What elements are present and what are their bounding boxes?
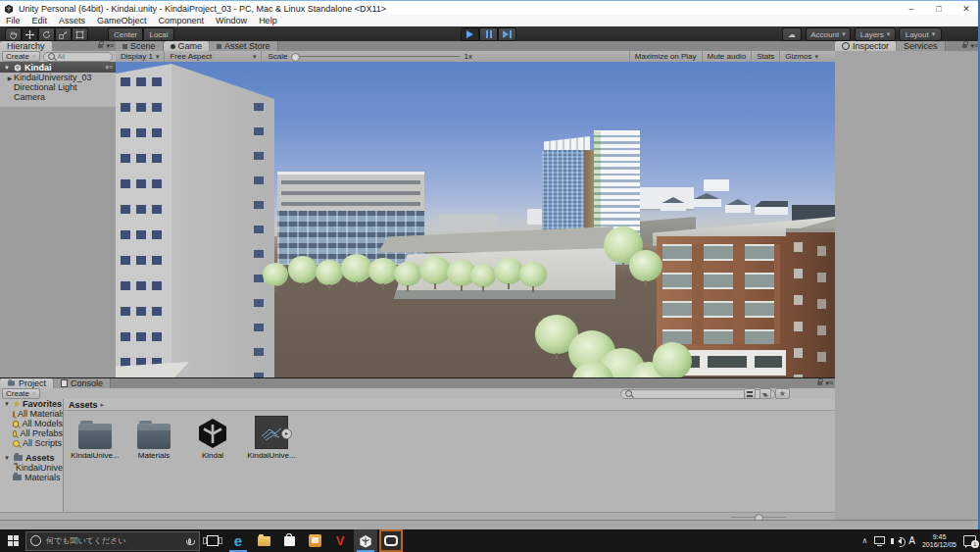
tab-console[interactable]: Console <box>54 378 111 388</box>
network-icon[interactable] <box>874 536 885 544</box>
gizmos-dropdown[interactable]: Gizmos▾ <box>779 51 823 62</box>
tab-asset-store[interactable]: Asset Store <box>210 41 278 51</box>
hierarchy-create-button[interactable]: Create▾ <box>2 51 40 62</box>
pause-button[interactable] <box>479 27 498 41</box>
panel-menu-icon[interactable]: ▾≡ <box>825 379 833 387</box>
favorites-root[interactable]: ▼★ Favorites <box>0 399 63 409</box>
distant-house <box>661 197 686 211</box>
red-v-app-button[interactable]: V <box>328 529 352 552</box>
ime-indicator[interactable]: A <box>908 535 915 546</box>
favorite-search-button[interactable]: ★ <box>775 388 790 399</box>
tab-game[interactable]: Game <box>164 41 211 51</box>
rect-tool-button[interactable] <box>72 27 88 41</box>
scale-tool-button[interactable] <box>55 27 72 41</box>
tab-scene[interactable]: Scene <box>116 41 164 51</box>
scene-menu-icon: ▾≡ <box>105 64 113 72</box>
asset-item-folder-1[interactable]: KindaiUnive... <box>68 416 122 460</box>
hierarchy-item-directional-light[interactable]: Directional Light <box>0 82 116 92</box>
hierarchy-scene-row[interactable]: ▼ Kindai ▾≡ <box>0 62 116 73</box>
expand-asset-badge[interactable]: ▸ <box>281 428 292 439</box>
tab-services[interactable]: Services <box>897 41 946 51</box>
step-button[interactable] <box>498 27 516 41</box>
hand-tool-button[interactable] <box>5 27 22 41</box>
favorites-all-models[interactable]: All Models <box>0 419 63 428</box>
system-tray: ∧ A 9:45 2016/12/05 1 <box>861 533 980 549</box>
lock-icon[interactable] <box>98 44 103 48</box>
aspect-dropdown[interactable]: Free Aspect▾ <box>165 51 262 62</box>
volume-icon[interactable] <box>898 538 902 544</box>
asset-item-scene[interactable]: Kindai <box>185 416 240 460</box>
unity-taskbar-button[interactable] <box>354 529 377 552</box>
search-by-type-button[interactable] <box>744 388 756 399</box>
menu-window[interactable]: Window <box>210 16 253 25</box>
active-app-icon <box>384 535 398 546</box>
game-viewport[interactable] <box>116 62 835 377</box>
scale-slider[interactable] <box>291 56 460 57</box>
favorites-all-prefabs[interactable]: All Prefabs <box>0 428 63 438</box>
tray-chevron-icon[interactable]: ∧ <box>861 536 867 545</box>
tab-project[interactable]: Project <box>0 378 54 388</box>
stats-button[interactable]: Stats <box>751 51 779 62</box>
menu-help[interactable]: Help <box>253 16 283 25</box>
store-button[interactable] <box>277 529 301 552</box>
pivot-toggle-button[interactable]: Center <box>108 27 143 41</box>
asset-item-folder-2[interactable]: Materials <box>126 416 181 460</box>
edge-icon: e <box>234 533 242 548</box>
menu-assets[interactable]: Assets <box>53 16 91 25</box>
task-view-button[interactable] <box>201 529 224 552</box>
edge-button[interactable]: e <box>226 529 250 552</box>
account-dropdown[interactable]: Account▾ <box>806 27 851 41</box>
notification-center-button[interactable]: 1 <box>963 535 976 546</box>
lock-icon[interactable] <box>962 44 967 48</box>
menu-gameobject[interactable]: GameObject <box>91 16 153 25</box>
menu-edit[interactable]: Edit <box>26 16 54 25</box>
maximize-button[interactable]: □ <box>925 1 953 16</box>
asset-item-model[interactable]: ▸ KindaiUnive... <box>244 416 299 460</box>
search-by-label-button[interactable] <box>760 388 771 399</box>
tab-hierarchy[interactable]: Hierarchy <box>0 41 53 51</box>
breadcrumb[interactable]: Assets <box>69 400 98 410</box>
panel-menu-icon[interactable]: ▾≡ <box>970 42 978 50</box>
assets-folder-kindaiunive[interactable]: KindaiUnive <box>0 463 63 473</box>
close-button[interactable]: ✕ <box>953 1 980 16</box>
space-toggle-button[interactable]: Local <box>143 27 174 41</box>
hierarchy-search-input[interactable]: All <box>43 52 113 62</box>
assets-root[interactable]: ▼ Assets <box>0 453 63 463</box>
hierarchy-item-camera[interactable]: Camera <box>0 92 116 102</box>
lock-icon[interactable] <box>817 381 822 385</box>
microphone-icon[interactable] <box>188 538 191 544</box>
project-panel: Project Console ▾≡ Create▾ ★ ▼★ <box>0 377 835 521</box>
mute-audio-button[interactable]: Mute audio <box>702 51 752 62</box>
cloud-services-button[interactable]: ☁ <box>782 27 802 41</box>
maximize-on-play-button[interactable]: Maximize on Play <box>629 51 702 62</box>
orange-app-button[interactable] <box>303 529 326 552</box>
tree <box>288 256 318 283</box>
favorites-all-materials[interactable]: All Materials <box>0 409 63 419</box>
layout-dropdown[interactable]: Layout▾ <box>899 27 942 41</box>
menu-file[interactable]: File <box>0 16 26 25</box>
hierarchy-item-kindaiuniversity[interactable]: ▶KindaiUniversity_03 <box>0 73 116 82</box>
panel-menu-icon[interactable]: ▾≡ <box>106 42 114 50</box>
favorites-all-scripts[interactable]: All Scripts <box>0 438 63 448</box>
search-icon <box>48 53 55 60</box>
asset-size-slider[interactable] <box>731 517 786 518</box>
menu-component[interactable]: Component <box>153 16 211 25</box>
tray-clock[interactable]: 9:45 2016/12/05 <box>922 533 956 549</box>
notification-badge: 1 <box>971 540 979 548</box>
inspector-panel: Inspector Services ▾≡ <box>835 41 980 520</box>
project-create-button[interactable]: Create▾ <box>2 388 40 399</box>
minimize-button[interactable]: – <box>898 1 925 16</box>
play-button[interactable] <box>461 27 479 41</box>
move-tool-button[interactable] <box>22 27 38 41</box>
display-dropdown[interactable]: Display 1▾ <box>116 51 165 62</box>
tab-inspector[interactable]: Inspector <box>835 41 897 51</box>
foldout-closed-icon: ▶ <box>6 75 14 81</box>
file-explorer-button[interactable] <box>252 529 275 552</box>
assets-folder-materials[interactable]: Materials <box>0 473 63 482</box>
start-button[interactable] <box>0 529 25 552</box>
layers-dropdown[interactable]: Layers▾ <box>855 27 896 41</box>
cortana-search-input[interactable]: 何でも聞いてください <box>25 531 200 551</box>
rotate-tool-button[interactable] <box>38 27 55 41</box>
active-app-button[interactable] <box>379 529 403 552</box>
brick-building-face <box>657 236 786 354</box>
